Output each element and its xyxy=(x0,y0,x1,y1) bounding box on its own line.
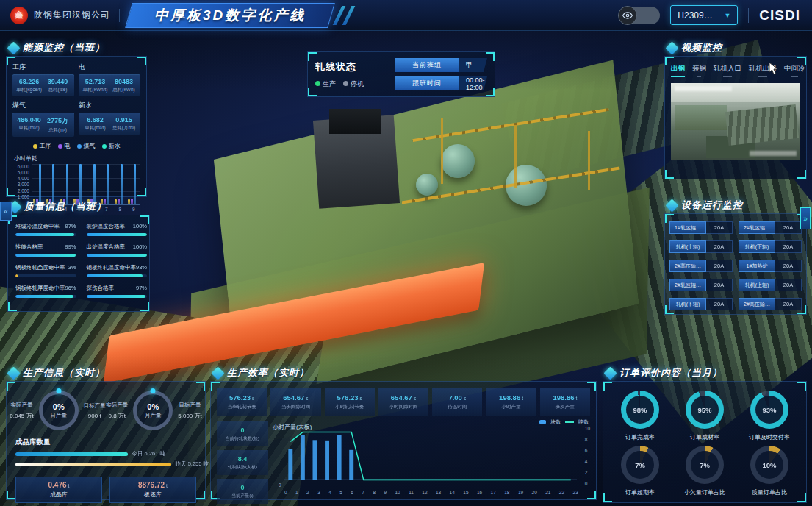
camera-tab-装钢[interactable]: 装钢 xyxy=(692,64,706,77)
bar-group xyxy=(128,164,139,204)
shift-group-row: 当前班组 甲 xyxy=(395,58,487,72)
quality-item-label: 探伤合格率 xyxy=(87,285,115,292)
efficiency-stat-value: 198.86t xyxy=(499,393,523,402)
energy-panel: 工序68.226单耗(kgce/t)39.449总耗(tce)电52.713单耗… xyxy=(6,56,147,197)
order-kpi-donut: 10% xyxy=(750,446,788,484)
equipment-label-button[interactable]: 1#轧区辊… xyxy=(669,221,706,234)
energy-metric-label: 总耗(tce) xyxy=(43,87,72,93)
efficiency-stat-value: 654.67s xyxy=(283,393,308,402)
panel-diamond-icon xyxy=(665,41,678,54)
equipment-row: 1#加热炉20A xyxy=(739,260,802,272)
efficiency-mini-card: 0当前产量(t) xyxy=(217,479,268,504)
bar xyxy=(137,204,139,204)
equipment-label-button[interactable]: 轧机(上辊) xyxy=(739,279,775,291)
bar xyxy=(131,199,133,204)
camera-tab-中间冷[interactable]: 中间冷 xyxy=(784,64,805,77)
bar xyxy=(134,164,136,204)
efficiency-panel-title: 生产效率（实时） xyxy=(213,366,309,380)
slab-stock-label: 板坯库 xyxy=(144,491,162,499)
hourly-output-legend: 块数吨数 xyxy=(539,418,589,426)
eye-icon xyxy=(618,6,637,25)
equipment-label-button[interactable]: 1#加热炉 xyxy=(739,260,775,272)
shift-group-value: 甲 xyxy=(459,58,487,72)
target-output-value: 900 t xyxy=(84,413,106,419)
feed-roller-line xyxy=(725,104,799,146)
inventory-bar-yesterday: 昨天 5,255 吨 xyxy=(15,460,196,468)
company-logo-icon: 鑫 xyxy=(10,7,28,24)
efficiency-mini-cards: 0当前待轧块数(块)8.4轧制块数(大板)0当前产量(t) xyxy=(217,421,268,504)
equipment-expander[interactable]: » xyxy=(800,207,811,229)
efficiency-panel: 576.23s当班轧制节奏654.67s当班间隙时间576.23s小时轧制节奏6… xyxy=(210,381,597,500)
camera-tab-轧机入口[interactable]: 轧机入口 xyxy=(714,64,741,77)
mini-card-label: 当前待轧块数(块) xyxy=(226,435,259,442)
quality-item: 出炉温度合格率100% xyxy=(87,243,148,257)
order-kpi-value: 98% xyxy=(633,406,647,414)
bar xyxy=(52,164,54,204)
quality-progress-track xyxy=(87,274,148,277)
equipment-row: 1#轧区辊…20A xyxy=(669,221,733,234)
quality-item-value: 97% xyxy=(65,223,76,229)
quality-item: 性能合格率99% xyxy=(15,243,76,257)
y-tick-label: 4,000 xyxy=(18,176,29,181)
order-kpi-value: 95% xyxy=(697,406,711,414)
x-tick-label: 13 xyxy=(436,490,441,495)
shift-dropdown-value: H2309… xyxy=(678,10,712,21)
legend-dot-icon xyxy=(33,144,37,149)
efficiency-stat-card: 654.67s当班间隙时间 xyxy=(270,388,320,416)
chevron-down-icon: ▼ xyxy=(724,12,730,19)
equipment-label-button[interactable]: 2#轧区辊… xyxy=(669,279,706,291)
camera-feed[interactable] xyxy=(671,83,800,160)
equipment-label-button[interactable]: 2#高压除… xyxy=(669,260,706,272)
equipment-label-button[interactable]: 轧机(上辊) xyxy=(669,240,706,253)
efficiency-stat-label: 待温时间 xyxy=(448,404,467,410)
quality-item-label: 钢板终轧凸度命中率 xyxy=(15,264,65,271)
right-axis-ticks: 1086420 xyxy=(585,426,590,486)
equipment-label-button[interactable]: 2#高压除… xyxy=(739,298,775,310)
x-tick-label: 23 xyxy=(573,490,578,495)
daily-output-ring: 0%日产量 xyxy=(39,391,79,430)
equipment-label-button[interactable]: 轧机(下辊) xyxy=(739,240,775,253)
inventory-bar-text: 昨天 5,255 吨 xyxy=(176,460,209,468)
x-tick-label: 18 xyxy=(504,490,509,495)
order-kpi-label: 质量订单占比 xyxy=(752,488,787,496)
order-kpi-donut: 98% xyxy=(621,391,659,429)
orders-panel-title: 订单评价内容（当月） xyxy=(606,366,722,380)
panel-diamond-icon xyxy=(7,366,20,380)
order-kpi-label: 订单超期率 xyxy=(625,488,655,496)
x-tick-label: 14 xyxy=(450,490,455,495)
inventory-bar-text: 今日 6,261 吨 xyxy=(132,450,165,457)
equipment-current-value: 20A xyxy=(706,298,733,310)
inventory-bar-today: 今日 6,261 吨 xyxy=(15,450,196,457)
equipment-row: 轧机(上辊)20A xyxy=(739,279,802,291)
x-tick-label: 17 xyxy=(491,490,496,495)
shift-time-button[interactable]: 跟班时间 xyxy=(395,76,459,90)
equipment-label-button[interactable]: 轧机(下辊) xyxy=(669,298,706,310)
camera-tab-出钢[interactable]: 出钢 xyxy=(671,64,685,77)
panel-diamond-icon xyxy=(603,366,617,380)
energy-metric-value: 52.713 xyxy=(81,78,109,85)
line-status-title: 轧线状态 xyxy=(315,60,383,74)
y-tick-label: 0 xyxy=(585,481,590,486)
quality-item-label: 钢板终轧温度命中率 xyxy=(87,264,137,271)
energy-chart-title: 小时单耗 xyxy=(14,154,146,163)
shift-dropdown[interactable]: H2309… ▼ xyxy=(670,5,738,25)
x-tick-label: 16 xyxy=(477,490,482,495)
bar xyxy=(128,199,130,204)
y-tick-label: 6,000 xyxy=(18,164,29,169)
quality-progress-fill xyxy=(87,233,148,236)
bar xyxy=(107,164,109,204)
bar xyxy=(93,164,96,204)
mini-card-label: 轧制块数(大板) xyxy=(228,464,257,471)
visibility-toggle[interactable] xyxy=(619,7,660,24)
equipment-label-button[interactable]: 2#轧区辊… xyxy=(739,221,775,234)
shift-group-button[interactable]: 当前班组 xyxy=(395,58,459,72)
x-tick-label: 2 xyxy=(306,490,309,495)
bar-group xyxy=(87,164,98,204)
bar-group xyxy=(33,164,44,204)
energy-group: 新水6.682单耗(m³/t)0.915总耗(万m³) xyxy=(79,101,140,137)
left-axis-min: 0 xyxy=(279,482,281,488)
line-status-left: 轧线状态 生产 停机 xyxy=(315,60,383,89)
panel-collapse-handle[interactable]: « xyxy=(0,202,12,221)
y-tick-label: 10 xyxy=(585,426,590,431)
efficiency-stat-label: 当班轧制节奏 xyxy=(228,404,256,410)
